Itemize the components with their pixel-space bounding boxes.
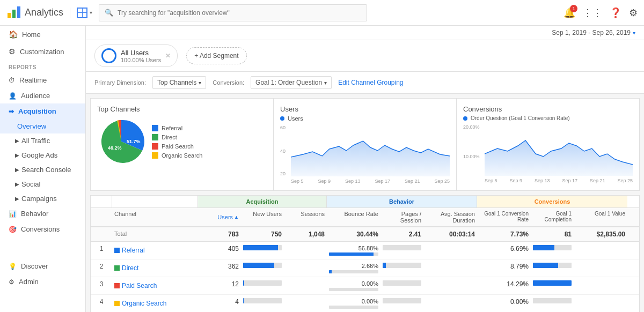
sidebar-item-behavior[interactable]: 📊 Behavior: [0, 206, 85, 221]
row-pages: [380, 259, 423, 277]
pie-chart-svg: 51.7% 46.2%: [97, 117, 145, 166]
dimension-bar: Primary Dimension: Top Channels ▾ Conver…: [86, 72, 644, 94]
table-col-headers-row: Channel Users ▲ New Users Sessions Bounc…: [91, 208, 639, 227]
row-goal1-val: [574, 295, 627, 312]
expand-icon2: ▶: [15, 152, 19, 158]
acquisition-icon: ➡: [9, 108, 14, 115]
sidebar-reports-label: REPORTS: [0, 60, 85, 72]
row-goal1-val: [574, 277, 627, 294]
row-sessions: [284, 295, 327, 312]
row-channel[interactable]: Direct: [112, 259, 198, 277]
sort-icon: ▲: [234, 214, 239, 220]
help-icon[interactable]: ❓: [610, 7, 621, 19]
expand-icon3: ▶: [15, 167, 19, 173]
users-line-chart: [291, 125, 450, 176]
sidebar-item-search-console[interactable]: ▶ Search Console: [0, 162, 85, 177]
sidebar-item-campaigns[interactable]: ▶ Campaigns: [0, 191, 85, 206]
segment-sublabel: 100.00% Users: [121, 57, 161, 63]
sidebar-item-discover[interactable]: 💡 Discover: [0, 258, 85, 274]
apps-icon[interactable]: ⋮⋮: [583, 7, 602, 19]
row-channel[interactable]: Organic Search: [112, 295, 198, 312]
col-sessions[interactable]: Sessions: [284, 208, 327, 226]
sidebar-item-google-ads[interactable]: ▶ Google Ads: [0, 148, 85, 162]
row-avg-session: [423, 259, 477, 277]
sidebar-item-audience[interactable]: 👤 Audience: [0, 88, 85, 103]
date-bar: Sep 1, 2019 - Sep 26, 2019 ▾: [86, 26, 644, 40]
edit-channel-link[interactable]: Edit Channel Grouping: [338, 79, 403, 86]
row-num: 1: [91, 242, 112, 259]
account-icon[interactable]: ⚙: [629, 7, 638, 19]
conversions-title: Conversions: [463, 105, 633, 113]
col-goal1-val[interactable]: Goal 1 Value: [574, 208, 627, 226]
chevron-down-icon: ▾: [90, 10, 92, 16]
row-avg-session: [423, 295, 477, 312]
sidebar-item-home[interactable]: 🏠 Home: [0, 26, 85, 43]
row-bounce: 0.00%: [327, 277, 380, 294]
svg-marker-6: [485, 140, 633, 176]
table-row: 2 Direct 362 2.66% 8.79%: [91, 259, 639, 277]
content-area: Sep 1, 2019 - Sep 26, 2019 ▾ All Users 1…: [86, 26, 644, 312]
header-actions: 🔔 1 ⋮⋮ ❓ ⚙: [564, 7, 638, 19]
legend-item-referral: Referral: [152, 125, 202, 131]
svg-rect-1: [12, 10, 16, 18]
users-title: Users: [280, 105, 450, 113]
row-bounce: 0.00%: [327, 295, 380, 312]
sidebar-item-realtime[interactable]: ⏱ Realtime: [0, 72, 85, 88]
row-channel[interactable]: Referral: [112, 242, 198, 259]
col-goal1-comp[interactable]: Goal 1 Completion: [531, 208, 574, 226]
segment-circle-icon: [101, 48, 116, 63]
conversion-label: Conversion:: [213, 79, 244, 86]
row-users: 405: [198, 242, 241, 259]
audience-icon: 👤: [9, 92, 17, 100]
row-bounce: 56.88%: [327, 242, 380, 259]
app-title: Analytics: [25, 7, 63, 18]
date-chevron-icon: ▾: [633, 30, 635, 36]
sidebar-home-label: Home: [22, 31, 41, 39]
expand-icon4: ▶: [15, 181, 19, 187]
row-goal1-rate: 14.29%: [477, 277, 531, 294]
date-range-picker[interactable]: Sep 1, 2019 - Sep 26, 2019 ▾: [552, 29, 635, 36]
row-new-users: [241, 277, 284, 294]
row-pages: [380, 242, 423, 259]
col-avg-session[interactable]: Avg. Session Duration: [423, 208, 477, 226]
search-input[interactable]: [118, 9, 361, 17]
sidebar-item-all-traffic[interactable]: ▶ All Traffic: [0, 133, 85, 148]
total-users: 783: [198, 227, 241, 241]
customization-icon: ⚙: [9, 47, 16, 56]
row-num: 2: [91, 259, 112, 277]
sidebar-item-customization[interactable]: ⚙ Customization: [0, 43, 85, 60]
svg-text:46.2%: 46.2%: [108, 145, 122, 151]
notification-icon[interactable]: 🔔 1: [564, 7, 575, 19]
segment-pill[interactable]: All Users 100.00% Users ✕: [94, 44, 178, 67]
total-new-users: 750: [241, 227, 284, 241]
col-channel[interactable]: Channel: [112, 208, 198, 226]
segment-close-icon[interactable]: ✕: [165, 52, 171, 60]
pie-legend: Referral Direct Paid Search Organic: [152, 125, 202, 159]
primary-dim-select[interactable]: Top Channels ▾: [152, 76, 206, 89]
search-icon: 🔍: [105, 9, 113, 17]
sidebar-item-overview[interactable]: Overview: [0, 119, 85, 133]
conversion-select[interactable]: Goal 1: Order Question ▾: [251, 76, 332, 89]
col-users[interactable]: Users ▲: [198, 208, 241, 226]
charts-row: Top Channels 51.7%: [90, 98, 640, 191]
col-bounce[interactable]: Bounce Rate: [327, 208, 380, 226]
account-selector[interactable]: ▾: [70, 8, 92, 18]
sidebar-item-admin[interactable]: ⚙ Admin: [0, 274, 85, 289]
sidebar-item-conversions[interactable]: 🎯 Conversions: [0, 221, 85, 237]
add-segment-button[interactable]: + Add Segment: [186, 47, 246, 64]
svg-marker-5: [291, 141, 450, 176]
sidebar-customization-label: Customization: [20, 48, 64, 56]
col-new-users[interactable]: New Users: [241, 208, 284, 226]
col-goal1-rate[interactable]: Goal 1 Conversion Rate: [477, 208, 531, 226]
search-container[interactable]: 🔍: [99, 4, 367, 21]
row-channel[interactable]: Paid Search: [112, 277, 198, 294]
row-pages: [380, 277, 423, 294]
col-pages[interactable]: Pages / Session: [380, 208, 423, 226]
conversions-legend-label: Order Question (Goal 1 Conversion Rate): [471, 115, 570, 121]
analytics-logo-icon: [6, 5, 21, 20]
sidebar-item-acquisition[interactable]: ➡ Acquisition: [0, 103, 85, 119]
row-new-users: [241, 242, 284, 259]
conversions-icon: 🎯: [9, 226, 17, 233]
sidebar-item-social[interactable]: ▶ Social: [0, 177, 85, 191]
svg-rect-0: [8, 13, 11, 18]
